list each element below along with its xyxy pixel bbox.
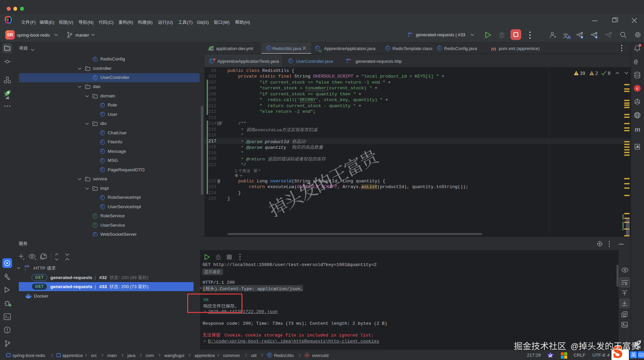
svg-text:A: A <box>637 145 639 147</box>
svg-text:IJ: IJ <box>7 18 9 20</box>
